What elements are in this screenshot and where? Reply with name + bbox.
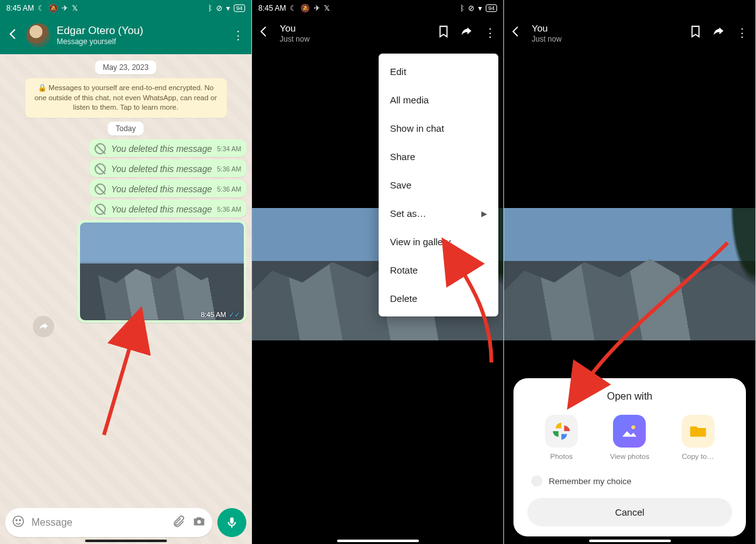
- chat-subtitle: Message yourself: [57, 37, 225, 46]
- no-sim-icon: ⊘: [216, 4, 222, 13]
- sheet-title: Open with: [527, 391, 732, 402]
- wifi-icon: ▾: [478, 4, 482, 13]
- home-indicator: [337, 540, 419, 542]
- telegram-icon: ✈: [314, 4, 320, 13]
- clock: 8:45 AM: [258, 4, 286, 13]
- deleted-icon: [94, 183, 106, 195]
- wifi-icon: ▾: [226, 4, 230, 13]
- more-menu-icon[interactable]: ⋮: [231, 28, 245, 42]
- menu-item-share[interactable]: Share: [379, 142, 498, 171]
- moon-icon: ☾: [38, 4, 45, 13]
- menu-item-rotate[interactable]: Rotate: [379, 256, 498, 284]
- radio-icon: [531, 475, 542, 487]
- deleted-icon: [94, 163, 106, 175]
- svg-point-1: [16, 519, 17, 521]
- svg-point-3: [197, 520, 201, 524]
- menu-item-delete[interactable]: Delete: [379, 284, 498, 313]
- viewer-header: You Just now ⋮: [504, 16, 755, 49]
- chat-area: May 23, 2023 🔒 Messages to yourself are …: [0, 54, 251, 544]
- forward-button[interactable]: [33, 316, 54, 337]
- image-thumbnail: [80, 223, 244, 320]
- mic-button[interactable]: [217, 508, 246, 537]
- menu-item-save[interactable]: Save: [379, 171, 498, 199]
- viewer-title: You: [532, 23, 561, 33]
- context-menu: Edit All media Show in chat Share Save S…: [379, 54, 498, 316]
- cancel-button[interactable]: Cancel: [527, 498, 732, 526]
- read-ticks-icon: ✓✓: [229, 311, 240, 319]
- svg-point-0: [13, 516, 24, 527]
- share-icon[interactable]: [459, 25, 473, 41]
- encryption-notice[interactable]: 🔒 Messages to yourself are end-to-end en…: [25, 78, 227, 118]
- share-icon[interactable]: [711, 25, 725, 41]
- no-sim-icon: ⊘: [468, 4, 474, 13]
- date-separator: May 23, 2023: [95, 61, 156, 74]
- deleted-message[interactable]: You deleted this message 5:36 AM: [89, 159, 246, 177]
- emoji-icon[interactable]: [11, 514, 25, 531]
- message-placeholder: Message: [32, 517, 166, 528]
- image-message[interactable]: 8:45 AM ✓✓: [77, 220, 246, 323]
- more-menu-icon[interactable]: ⋮: [734, 26, 750, 40]
- battery-indicator: 94: [234, 4, 245, 12]
- chat-title: Edgar Otero (You): [57, 25, 225, 37]
- image-time: 8:45 AM: [201, 311, 226, 318]
- deleted-icon: [94, 143, 106, 154]
- folder-icon: [682, 415, 714, 448]
- chevron-right-icon: ▶: [481, 209, 487, 218]
- home-indicator: [589, 540, 671, 542]
- deleted-icon: [94, 204, 106, 215]
- attach-icon[interactable]: [172, 514, 186, 531]
- more-menu-icon[interactable]: ⋮: [482, 26, 498, 40]
- home-indicator: [85, 540, 167, 542]
- bell-off-icon: 🔕: [301, 4, 310, 13]
- viewer-subtitle: Just now: [532, 35, 561, 43]
- remember-choice-toggle[interactable]: Remember my choice: [527, 475, 732, 487]
- bookmark-icon[interactable]: [689, 25, 702, 41]
- avatar[interactable]: [26, 23, 50, 47]
- gallery-icon: [613, 415, 646, 448]
- back-arrow-icon[interactable]: [509, 25, 523, 41]
- back-arrow-icon[interactable]: [6, 27, 20, 43]
- viewer-title: You: [280, 23, 309, 33]
- telegram-icon: ✈: [62, 4, 68, 13]
- screen-open-with-sheet: You Just now ⋮ Open with: [504, 0, 756, 544]
- battery-indicator: 94: [486, 4, 497, 12]
- chat-header: Edgar Otero (You) Message yourself ⋮: [0, 16, 251, 54]
- bell-off-icon: 🔕: [49, 4, 58, 13]
- bluetooth-icon: ᛒ: [208, 4, 212, 13]
- open-with-sheet: Open with Photos View photos: [513, 378, 746, 536]
- menu-item-set-as[interactable]: Set as…▶: [379, 199, 498, 228]
- viewer-header: You Just now ⋮: [252, 16, 503, 49]
- svg-point-5: [632, 425, 636, 429]
- x-icon: 𝕏: [324, 4, 330, 13]
- screen-media-viewer-menu: 8:45 AM ☾ 🔕 ✈ 𝕏 ᛒ ⊘ ▾ 94 You Just now ⋮: [252, 0, 504, 544]
- x-icon: 𝕏: [72, 4, 78, 13]
- menu-item-all-media[interactable]: All media: [379, 86, 498, 114]
- back-arrow-icon[interactable]: [257, 25, 271, 41]
- status-bar: 8:45 AM ☾ 🔕 ✈ 𝕏 ᛒ ⊘ ▾ 94: [0, 0, 251, 16]
- menu-item-show-in-chat[interactable]: Show in chat: [379, 114, 498, 142]
- svg-point-2: [20, 519, 21, 521]
- app-option-photos[interactable]: Photos: [533, 415, 590, 460]
- menu-item-view-in-gallery[interactable]: View in gallery: [379, 228, 498, 256]
- clock: 8:45 AM: [6, 4, 34, 13]
- google-photos-icon: [545, 415, 578, 448]
- menu-item-edit[interactable]: Edit: [379, 57, 498, 86]
- full-image[interactable]: [504, 208, 755, 340]
- viewer-subtitle: Just now: [280, 35, 309, 43]
- message-input-bar: Message: [5, 507, 246, 538]
- app-option-copy-to[interactable]: Copy to…: [670, 415, 726, 460]
- camera-icon[interactable]: [192, 514, 206, 531]
- screen-whatsapp-chat: 8:45 AM ☾ 🔕 ✈ 𝕏 ᛒ ⊘ ▾ 94 Edgar Otero (Yo…: [0, 0, 252, 544]
- deleted-message[interactable]: You deleted this message 5:36 AM: [89, 200, 246, 217]
- bluetooth-icon: ᛒ: [460, 4, 464, 13]
- bookmark-icon[interactable]: [437, 25, 450, 41]
- moon-icon: ☾: [290, 4, 297, 13]
- status-bar: 8:45 AM ☾ 🔕 ✈ 𝕏 ᛒ ⊘ ▾ 94: [252, 0, 503, 16]
- message-field[interactable]: Message: [5, 508, 212, 537]
- app-option-view-photos[interactable]: View photos: [601, 415, 658, 460]
- deleted-message[interactable]: You deleted this message 5:36 AM: [89, 180, 246, 197]
- deleted-message[interactable]: You deleted this message 5:34 AM: [89, 139, 246, 157]
- chat-title-box[interactable]: Edgar Otero (You) Message yourself: [57, 25, 225, 46]
- today-separator: Today: [108, 122, 143, 136]
